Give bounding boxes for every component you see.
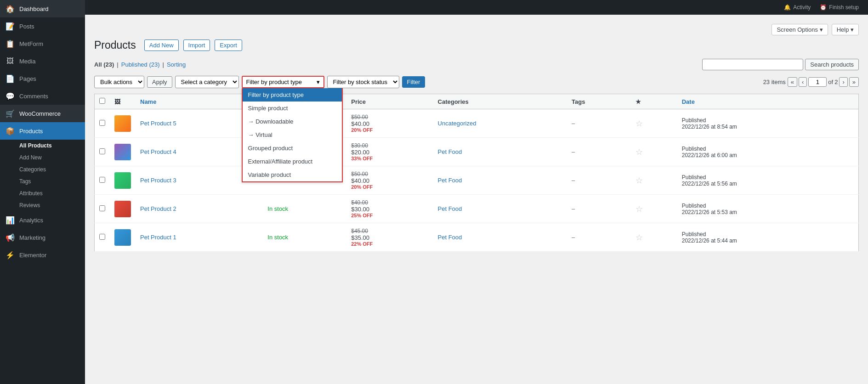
page-number-input[interactable]: [808, 77, 827, 87]
row-checkbox[interactable]: [99, 205, 105, 211]
price-sale: $20.00: [351, 149, 428, 156]
sidebar-item-comments[interactable]: 💬 Comments: [0, 87, 85, 105]
category-select[interactable]: Select a category: [175, 76, 239, 88]
price-off: 20% OFF: [351, 127, 428, 133]
price-off: 25% OFF: [351, 213, 428, 218]
row-name-cell: Pet Product 1: [136, 223, 263, 252]
category-link[interactable]: Pet Food: [438, 234, 462, 241]
finish-setup-button[interactable]: ⏰ Finish setup: [820, 4, 859, 11]
sidebar-item-media[interactable]: 🖼 Media: [0, 52, 85, 70]
product-link[interactable]: Pet Product 4: [140, 148, 176, 155]
dropdown-item-simple[interactable]: Simple product: [243, 102, 342, 115]
submenu-add-new[interactable]: Add New: [0, 152, 85, 164]
sidebar-item-label: MetForm: [19, 40, 43, 47]
row-checkbox[interactable]: [99, 120, 105, 126]
search-input[interactable]: [702, 59, 803, 70]
first-page-button[interactable]: «: [788, 77, 797, 87]
row-price-cell: $45.00 $35.00 22% OFF: [346, 223, 433, 252]
page-title: Products: [94, 39, 136, 51]
submenu-categories[interactable]: Categories: [0, 164, 85, 175]
dropdown-item-external[interactable]: External/Affiliate product: [243, 155, 342, 168]
category-link[interactable]: Pet Food: [438, 205, 462, 212]
row-checkbox-cell: [95, 109, 110, 138]
screen-options-button[interactable]: Screen Options ▾: [772, 24, 828, 35]
stock-status-select[interactable]: Filter by stock status: [327, 76, 399, 88]
dropdown-item-grouped[interactable]: Grouped product: [243, 141, 342, 155]
sidebar-item-posts[interactable]: 📝 Posts: [0, 17, 85, 35]
next-page-button[interactable]: ›: [839, 77, 847, 87]
featured-star-icon[interactable]: ☆: [635, 204, 643, 214]
product-link[interactable]: Pet Product 2: [140, 205, 176, 212]
price-sale: $40.00: [351, 120, 428, 127]
category-link[interactable]: Pet Food: [438, 148, 462, 155]
export-button[interactable]: Export: [215, 40, 242, 51]
items-count-text: 23 items: [763, 79, 786, 85]
sidebar-item-products[interactable]: 📦 Products: [0, 122, 85, 140]
product-link[interactable]: Pet Product 1: [140, 234, 176, 241]
sidebar-item-metform[interactable]: 📋 MetForm: [0, 35, 85, 52]
price-column-header: Price: [346, 94, 433, 109]
bulk-actions-select[interactable]: Bulk actions: [94, 76, 144, 88]
price-original: $50.00: [351, 171, 428, 177]
featured-star-icon[interactable]: ☆: [635, 233, 643, 242]
add-new-button[interactable]: Add New: [144, 40, 179, 51]
sidebar-item-label: Elementor: [19, 252, 46, 259]
publish-status: Published: [682, 174, 854, 181]
table-row: Pet Product 5 – $50.00 $40.00 20% OFF Un…: [95, 109, 859, 138]
row-date-cell: Published 2022/12/26 at 8:54 am: [677, 109, 859, 138]
dashboard-icon: 🏠: [6, 4, 15, 13]
product-link[interactable]: Pet Product 5: [140, 120, 176, 127]
tab-all[interactable]: All (23): [94, 61, 114, 68]
row-checkbox[interactable]: [99, 177, 105, 183]
date-column-header[interactable]: Date: [677, 94, 859, 109]
filter-tabs: All (23) | Published (23) | Sorting: [94, 61, 186, 68]
help-button[interactable]: Help ▾: [832, 24, 859, 35]
sidebar-item-elementor[interactable]: ⚡ Elementor: [0, 246, 85, 264]
elementor-icon: ⚡: [6, 250, 15, 260]
publish-status: Published: [682, 231, 854, 237]
row-checkbox[interactable]: [99, 148, 105, 154]
featured-star-icon[interactable]: ☆: [635, 176, 643, 185]
filter-by-product-type-button[interactable]: Filter by product type ▾: [242, 76, 324, 88]
price-off: 20% OFF: [351, 184, 428, 190]
category-link[interactable]: Pet Food: [438, 177, 462, 184]
filter-by-product-type-label: Filter by product type: [246, 79, 302, 85]
last-page-button[interactable]: »: [849, 77, 859, 87]
product-thumbnail: [114, 115, 131, 132]
sidebar-item-woocommerce[interactable]: 🛒 WooCommerce: [0, 105, 85, 122]
activity-button[interactable]: 🔔 Activity: [784, 4, 811, 11]
submenu-reviews[interactable]: Reviews: [0, 199, 85, 211]
submenu-tags[interactable]: Tags: [0, 175, 85, 187]
tab-sorting[interactable]: Sorting: [167, 61, 186, 68]
featured-star-icon[interactable]: ☆: [635, 147, 643, 157]
sidebar-item-analytics[interactable]: 📊 Analytics: [0, 211, 85, 229]
submenu-all-products[interactable]: All Products: [0, 140, 85, 152]
dropdown-item-filter-header[interactable]: Filter by product type: [243, 88, 342, 102]
sidebar-item-pages[interactable]: 📄 Pages: [0, 70, 85, 87]
dropdown-item-virtual[interactable]: → Virtual: [243, 128, 342, 141]
search-products-button[interactable]: Search products: [805, 59, 859, 70]
media-icon: 🖼: [6, 56, 15, 66]
category-link[interactable]: Uncategorized: [438, 120, 477, 127]
import-button[interactable]: Import: [183, 40, 210, 51]
tab-published[interactable]: Published (23): [121, 61, 160, 68]
row-date-cell: Published 2022/12/26 at 5:53 am: [677, 195, 859, 223]
product-link[interactable]: Pet Product 3: [140, 177, 176, 184]
price-off: 33% OFF: [351, 156, 428, 161]
sidebar-item-marketing[interactable]: 📢 Marketing: [0, 229, 85, 246]
main-area: 🔔 Activity ⏰ Finish setup Screen Options…: [85, 0, 868, 384]
dropdown-item-downloadable[interactable]: → Downloadable: [243, 115, 342, 128]
filter-button[interactable]: Filter: [402, 76, 425, 88]
filter-row: Bulk actions Apply Select a category Fil…: [94, 76, 859, 88]
table-row: Pet Product 3 In stock $50.00 $40.00 20%…: [95, 166, 859, 195]
products-submenu: All Products Add New Categories Tags Att…: [0, 140, 85, 211]
dropdown-item-variable[interactable]: Variable product: [243, 168, 342, 181]
sidebar-item-dashboard[interactable]: 🏠 Dashboard: [0, 0, 85, 17]
publish-date: 2022/12/26 at 5:56 am: [682, 181, 854, 187]
select-all-checkbox[interactable]: [99, 98, 105, 104]
row-checkbox[interactable]: [99, 234, 105, 240]
submenu-attributes[interactable]: Attributes: [0, 187, 85, 199]
featured-star-icon[interactable]: ☆: [635, 119, 643, 128]
apply-button[interactable]: Apply: [147, 76, 172, 88]
prev-page-button[interactable]: ‹: [799, 77, 807, 87]
